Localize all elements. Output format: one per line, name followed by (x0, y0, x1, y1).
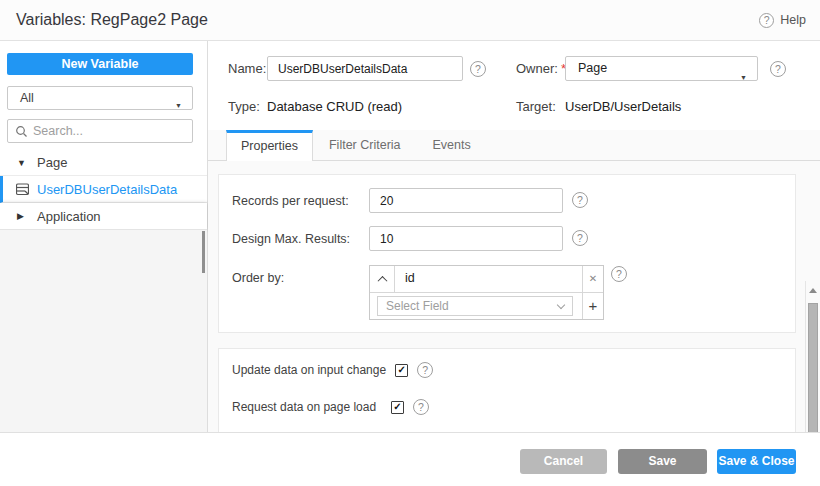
help-icon: ? (759, 13, 774, 28)
application-group-label: Application (37, 203, 101, 230)
sidebar-scrollbar[interactable] (202, 231, 205, 273)
design-max-results-label: Design Max. Results: (232, 232, 350, 247)
properties-tab-content: Records per request: ? Design Max. Resul… (208, 161, 820, 432)
search-input[interactable] (33, 121, 188, 141)
update-on-input-checkbox[interactable]: ✓ (395, 364, 408, 377)
cancel-button[interactable]: Cancel (520, 449, 607, 474)
variable-filter-select[interactable]: All ▼ (7, 86, 193, 110)
target-value: UserDB/UserDetails (565, 99, 681, 114)
design-max-results-input[interactable] (369, 226, 563, 251)
order-by-field-value[interactable]: id (395, 266, 582, 292)
caret-right-icon[interactable]: ▶ (17, 203, 24, 230)
tab-events[interactable]: Events (417, 130, 487, 161)
order-by-row: id ✕ (370, 266, 603, 292)
target-label: Target: (516, 99, 556, 114)
owner-help-icon[interactable]: ? (770, 61, 786, 77)
filter-selected-value: All (20, 91, 34, 105)
request-on-load-label: Request data on page load (232, 400, 382, 414)
chevron-up-icon (377, 275, 387, 285)
name-help-icon[interactable]: ? (470, 61, 486, 77)
tab-bar: Properties Filter Criteria Events (208, 130, 820, 161)
save-and-close-button[interactable]: Save & Close (717, 449, 796, 474)
variables-dialog: Variables: RegPage2 Page ? Help New Vari… (0, 0, 820, 486)
sort-direction-button[interactable] (370, 266, 395, 292)
selected-variable-label: UserDBUserDetailsData (37, 176, 177, 203)
page-title: Variables: RegPage2 Page (16, 0, 208, 40)
records-per-request-label: Records per request: (232, 194, 349, 209)
type-value: Database CRUD (read) (267, 99, 402, 114)
name-input[interactable] (267, 56, 463, 81)
database-variable-icon (16, 183, 29, 196)
tab-properties[interactable]: Properties (226, 130, 313, 161)
add-order-field-row: Select Field + (370, 292, 603, 319)
help-button[interactable]: ? Help (759, 0, 806, 40)
help-label: Help (780, 13, 806, 27)
sidebar-empty-area (0, 230, 207, 432)
dialog-footer: Cancel Save Save & Close (0, 432, 820, 486)
add-order-field-button[interactable]: + (582, 293, 603, 319)
sidebar-item-page-group[interactable]: ▼ Page (0, 150, 207, 176)
order-by-widget: id ✕ Select Field + (369, 265, 604, 320)
new-variable-button[interactable]: New Variable (7, 53, 193, 75)
sidebar-item-variable[interactable]: UserDBUserDetailsData (0, 176, 207, 203)
owner-selected-value: Page (578, 61, 607, 75)
page-group-label: Page (37, 150, 67, 176)
owner-select[interactable]: Page ▼ (565, 56, 758, 81)
check-icon: ✓ (397, 364, 405, 375)
behavior-settings-group: Update data on input change ✓ ? Request … (218, 348, 796, 438)
records-per-request-input[interactable] (369, 188, 563, 213)
variables-sidebar: New Variable All ▼ ▼ Page UserDBUserDeta… (0, 41, 208, 432)
owner-label: Owner:* (516, 61, 566, 76)
type-label: Type: (228, 99, 260, 114)
request-on-load-checkbox[interactable]: ✓ (391, 401, 404, 414)
tab-filter-criteria[interactable]: Filter Criteria (313, 130, 417, 161)
scrollbar-thumb[interactable] (808, 303, 818, 443)
scroll-up-arrow-icon[interactable] (809, 288, 817, 293)
order-by-label: Order by: (232, 271, 284, 286)
request-on-load-row: Request data on page load ✓ ? (232, 399, 429, 415)
update-on-input-help-icon[interactable]: ? (417, 362, 433, 378)
save-button[interactable]: Save (618, 449, 707, 474)
dialog-header: Variables: RegPage2 Page ? Help (0, 0, 820, 41)
select-field-wrap: Select Field (370, 293, 582, 319)
select-field-placeholder: Select Field (386, 299, 449, 313)
chevron-down-icon: ▼ (175, 95, 182, 117)
update-on-input-label: Update data on input change (232, 363, 386, 377)
request-on-load-help-icon[interactable]: ? (413, 399, 429, 415)
chevron-down-icon: ▼ (740, 66, 747, 89)
data-settings-group: Records per request: ? Design Max. Resul… (218, 174, 796, 333)
variable-detail-panel: Name:* ? Owner:* Page ▼ ? Type: Database… (208, 41, 820, 432)
update-on-input-row: Update data on input change ✓ ? (232, 362, 433, 378)
select-field-dropdown[interactable]: Select Field (377, 296, 573, 316)
order-by-help-icon[interactable]: ? (611, 266, 627, 282)
caret-down-icon[interactable]: ▼ (17, 150, 26, 176)
remove-order-field-button[interactable]: ✕ (582, 266, 603, 292)
check-icon: ✓ (393, 401, 401, 412)
records-per-request-help-icon[interactable]: ? (572, 192, 588, 208)
chevron-down-icon (557, 301, 565, 309)
sidebar-item-application-group[interactable]: ▶ Application (0, 203, 207, 230)
variable-search-box (7, 119, 193, 143)
search-icon (15, 125, 28, 138)
design-max-results-help-icon[interactable]: ? (572, 230, 588, 246)
